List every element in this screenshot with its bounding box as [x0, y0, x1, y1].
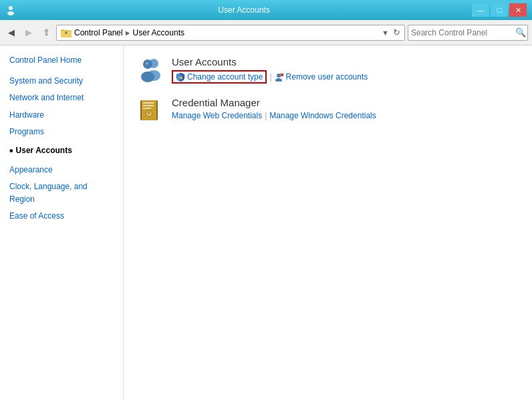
user-accounts-links: Change account type | Remove user accoun…	[172, 70, 368, 84]
remove-users-icon	[275, 72, 284, 82]
remove-user-accounts-link[interactable]: Remove user accounts	[275, 72, 368, 82]
back-button[interactable]: ◀	[4, 25, 19, 40]
breadcrumb-sep-1: ►	[124, 29, 132, 37]
content-area: User Accounts	[124, 45, 532, 399]
sidebar-item-clock-language[interactable]: Clock, Language, and Region	[0, 178, 123, 208]
credential-manager-section: Credential Manager Manage Web Credential…	[137, 97, 519, 124]
svg-rect-24	[143, 108, 151, 109]
svg-rect-23	[143, 105, 154, 106]
breadcrumb-user-accounts: User Accounts	[133, 28, 184, 37]
svg-point-0	[9, 6, 13, 10]
network-internet-link[interactable]: Network and Internet	[9, 93, 84, 102]
change-account-type-link[interactable]: Change account type	[172, 70, 267, 84]
manage-windows-credentials-label: Manage Windows Credentials	[269, 111, 376, 120]
minimize-button[interactable]: —	[472, 3, 489, 17]
user-accounts-section: User Accounts	[137, 56, 519, 84]
window-controls: — □ ✕	[472, 3, 527, 17]
manage-web-credentials-link[interactable]: Manage Web Credentials	[172, 111, 262, 120]
maximize-button[interactable]: □	[491, 3, 508, 17]
clock-language-link[interactable]: Clock, Language, and Region	[9, 182, 88, 204]
search-input[interactable]	[408, 28, 514, 37]
svg-point-5	[65, 31, 68, 34]
system-security-link[interactable]: System and Security	[9, 76, 83, 86]
search-box[interactable]: 🔍	[408, 25, 528, 41]
address-field[interactable]: Control Panel ► User Accounts ▼ ↻	[56, 25, 405, 41]
forward-button[interactable]: ▶	[21, 25, 36, 40]
svg-point-16	[277, 74, 281, 78]
title-bar: User Accounts — □ ✕	[0, 0, 532, 20]
user-accounts-label: User Accounts	[16, 144, 72, 157]
svg-rect-12	[178, 76, 180, 78]
change-account-type-label: Change account type	[187, 72, 263, 82]
app-icon	[5, 5, 16, 15]
svg-rect-14	[178, 78, 180, 80]
sidebar: Control Panel Home System and Security N…	[0, 45, 124, 399]
search-button[interactable]: 🔍	[514, 25, 527, 40]
credential-manager-icon	[137, 97, 164, 124]
programs-link[interactable]: Programs	[9, 127, 44, 136]
sidebar-item-appearance[interactable]: Appearance	[0, 162, 123, 178]
sidebar-item-hardware[interactable]: Hardware	[0, 107, 123, 124]
sidebar-item-programs[interactable]: Programs	[0, 124, 123, 140]
manage-web-credentials-label: Manage Web Credentials	[172, 111, 262, 120]
svg-rect-15	[180, 78, 182, 80]
user-accounts-body: User Accounts	[172, 56, 368, 84]
uac-shield-icon	[176, 72, 185, 82]
breadcrumb: Control Panel ► User Accounts	[74, 28, 379, 37]
svg-point-9	[141, 72, 154, 82]
window-title: User Accounts	[16, 5, 472, 15]
sidebar-item-ease-of-access[interactable]: Ease of Access	[0, 208, 123, 225]
svg-rect-4	[61, 29, 65, 31]
remove-user-accounts-label: Remove user accounts	[286, 72, 368, 82]
svg-point-10	[146, 62, 148, 65]
appearance-link[interactable]: Appearance	[9, 165, 53, 174]
breadcrumb-control-panel: Control Panel	[74, 28, 123, 37]
svg-point-17	[275, 78, 282, 82]
credential-manager-title: Credential Manager	[172, 97, 376, 108]
close-button[interactable]: ✕	[509, 3, 527, 17]
up-button[interactable]: ⇧	[39, 25, 53, 40]
address-bar: ◀ ▶ ⇧ Control Panel ► User Accounts ▼ ↻ …	[0, 20, 532, 45]
svg-point-1	[7, 11, 14, 15]
address-dropdown-icon[interactable]: ▼	[382, 29, 389, 37]
credential-manager-links: Manage Web Credentials | Manage Windows …	[172, 111, 376, 120]
active-bullet: •	[9, 142, 13, 160]
hardware-link[interactable]: Hardware	[9, 110, 44, 120]
user-accounts-icon	[137, 56, 164, 83]
sidebar-item-network-internet[interactable]: Network and Internet	[0, 90, 123, 106]
refresh-icon[interactable]: ↻	[393, 27, 400, 37]
sidebar-item-control-panel-home[interactable]: Control Panel Home	[0, 52, 123, 69]
link-separator-1: |	[269, 72, 271, 82]
main-layout: Control Panel Home System and Security N…	[0, 45, 532, 399]
ease-of-access-link[interactable]: Ease of Access	[9, 211, 64, 221]
user-accounts-title: User Accounts	[172, 56, 368, 68]
sidebar-item-user-accounts[interactable]: • User Accounts	[0, 140, 123, 162]
manage-windows-credentials-link[interactable]: Manage Windows Credentials	[269, 111, 376, 120]
credential-manager-body: Credential Manager Manage Web Credential…	[172, 97, 376, 120]
link-separator-2: |	[265, 111, 267, 120]
svg-rect-13	[180, 76, 182, 78]
svg-rect-22	[143, 102, 154, 104]
sidebar-item-system-security[interactable]: System and Security	[0, 73, 123, 90]
svg-point-27	[148, 112, 150, 114]
control-panel-home-link[interactable]: Control Panel Home	[9, 55, 82, 65]
